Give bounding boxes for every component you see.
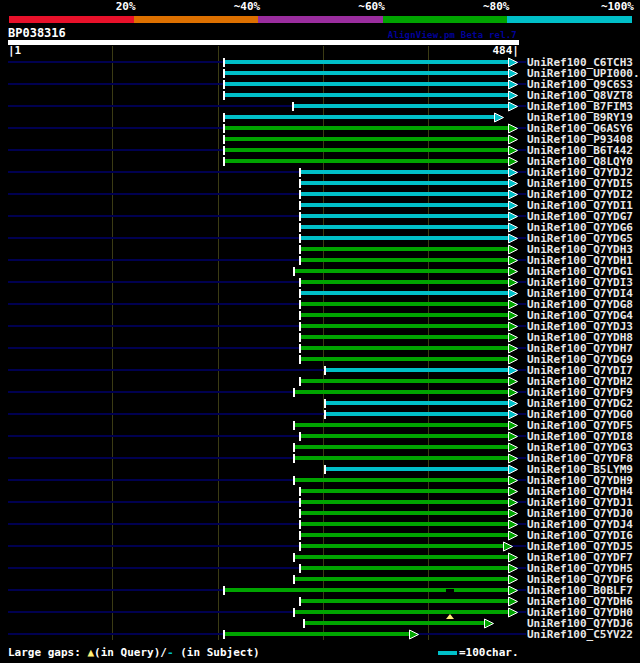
hit-bar[interactable] [294,269,509,273]
hit-arrow-icon [508,431,518,442]
hit-start-tick [293,575,295,584]
hit-start-tick [299,564,301,573]
hit-bar[interactable] [300,214,509,218]
hit-arrow-icon [508,101,518,112]
hit-start-tick [299,168,301,177]
hit-bar[interactable] [325,368,509,372]
scale-note: =100char. [459,646,519,659]
hit-bar[interactable] [294,577,509,581]
hit-bar[interactable] [300,522,509,526]
hit-bar[interactable] [300,203,509,207]
hit-arrow-icon [508,442,518,453]
hit-bar[interactable] [294,478,509,482]
hit-bar[interactable] [294,456,509,460]
hit-bar[interactable] [224,82,509,86]
identity-scale-label: ~100% [601,1,634,13]
hit-bar[interactable] [224,71,509,75]
hit-start-tick [223,58,225,67]
hit-start-tick [299,542,301,551]
hit-bar[interactable] [294,390,509,394]
hit-bar[interactable] [300,566,509,570]
hit-bar[interactable] [300,236,509,240]
hit-bar[interactable] [224,60,509,64]
hit-arrow-icon [508,57,518,68]
hit-arrow-icon [508,420,518,431]
hit-start-tick [223,69,225,78]
hit-arrow-icon [508,266,518,277]
hit-bar[interactable] [224,93,509,97]
hit-start-tick [299,234,301,243]
hit-arrow-icon [508,134,518,145]
hit-start-tick [299,322,301,331]
query-gap-label: (in Query)/ [94,646,167,659]
hit-start-tick [299,531,301,540]
identity-scale-label: ~80% [483,1,510,13]
hit-start-tick [299,201,301,210]
hit-bar[interactable] [294,423,509,427]
hit-arrow-icon [508,497,518,508]
hit-bar[interactable] [325,401,509,405]
hit-start-tick [299,432,301,441]
hit-start-tick [223,124,225,133]
hit-bar[interactable] [325,412,509,416]
hit-bar[interactable] [300,170,509,174]
hit-bar[interactable] [300,533,509,537]
hit-arrow-icon [508,409,518,420]
hit-arrow-icon [508,79,518,90]
hit-start-tick [293,476,295,485]
hit-bar[interactable] [300,434,509,438]
hit-start-tick [223,630,225,639]
hit-arrow-icon [508,552,518,563]
hit-bar[interactable] [293,104,509,108]
hit-bar[interactable] [300,599,509,603]
hit-start-tick [299,333,301,342]
hit-start-tick [223,113,225,122]
hit-bar[interactable] [224,137,509,141]
hit-bar[interactable] [294,610,509,614]
hit-start-tick [293,608,295,617]
hit-bar[interactable] [300,225,509,229]
hit-arrow-icon [494,112,504,123]
hit-start-tick [299,311,301,320]
hit-start-tick [299,498,301,507]
hit-start-tick [299,245,301,254]
hit-bar[interactable] [224,126,509,130]
hit-bar[interactable] [300,335,509,339]
hit-bar[interactable] [300,544,504,548]
hit-bar[interactable] [300,357,509,361]
hit-bar[interactable] [300,280,509,284]
hit-bar[interactable] [224,632,410,636]
hit-bar[interactable] [304,621,485,625]
hit-arrow-icon [508,519,518,530]
hit-bar[interactable] [300,302,509,306]
hit-bar[interactable] [300,489,509,493]
hit-bar[interactable] [300,192,509,196]
hit-bar[interactable] [300,346,509,350]
hit-arrow-icon [508,387,518,398]
subject-gap-dash-icon: - [167,646,174,659]
hit-bar[interactable] [294,555,509,559]
hit-bar[interactable] [300,181,509,185]
hit-bar[interactable] [300,313,509,317]
hit-bar[interactable] [300,324,509,328]
hit-bar[interactable] [300,258,509,262]
hit-arrow-icon [508,255,518,266]
watermark-text: AlignView.pm Beta rel.7 [388,30,517,40]
hit-bar[interactable] [300,511,509,515]
hit-bar[interactable] [224,148,509,152]
hit-bar[interactable] [224,115,495,119]
hit-arrow-icon [409,629,419,640]
hit-bar[interactable] [300,247,509,251]
hit-bar[interactable] [224,159,509,163]
hit-start-tick [299,597,301,606]
hit-bar[interactable] [325,467,509,471]
hit-arrow-icon [508,156,518,167]
hit-bar[interactable] [294,445,509,449]
hit-arrow-icon [508,68,518,79]
hit-bar[interactable] [300,500,509,504]
hit-arrow-icon [508,596,518,607]
hit-bar[interactable] [300,379,509,383]
hit-label[interactable]: UniRef100_C5YV22 [527,629,633,640]
hit-bar[interactable] [300,291,509,295]
hit-bar[interactable] [224,588,509,592]
